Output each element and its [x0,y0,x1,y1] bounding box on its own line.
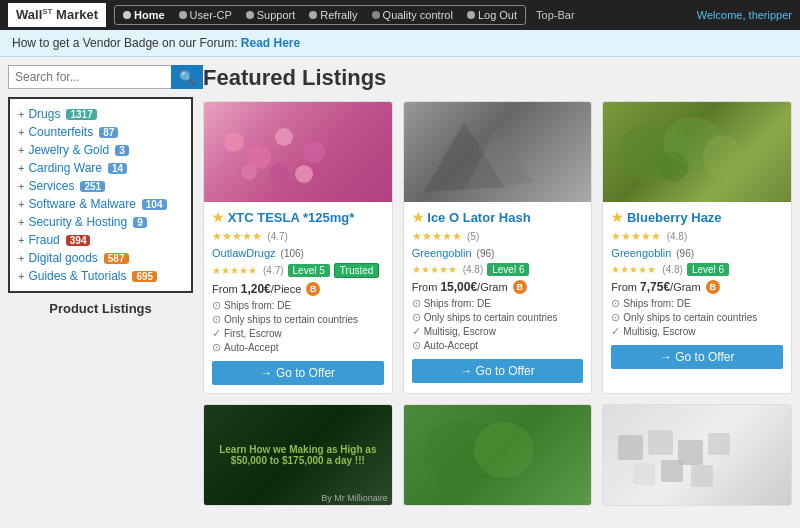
ships-2: ⊙ Ships from: DE [412,297,584,310]
logo: WallST Market [8,3,106,26]
vendor-details-1: ★★★★★ (4.7) Level 5 Trusted [212,263,384,278]
ad-text: Learn How we Making as High as $50,000 t… [204,440,392,470]
vendor-name-3[interactable]: Greengoblin [611,247,671,259]
search-input[interactable] [8,65,171,89]
content-area: Featured Listings [203,65,792,506]
listing-stars-3: ★★★★★ (4.8) [611,229,783,243]
listings-grid: ★ XTC TESLA *125mg* ★★★★★ (4.7) OutlawDr… [203,101,792,394]
listing-title-1: ★ XTC TESLA *125mg* [212,210,384,225]
listing-image-3 [603,102,791,202]
listing-image-5 [603,405,791,505]
svg-rect-18 [648,430,673,455]
listing-card-3: ★ Blueberry Haze ★★★★★ (4.8) Greengoblin… [602,101,792,394]
ships-to-3: ⊙ Only ships to certain countries [611,311,783,324]
escrow1-1: ✓ First, Escrow [212,327,384,340]
nav-logout[interactable]: Log Out [461,7,523,23]
star-icon-3: ★ [611,210,623,225]
escrow-icon-3: B [706,280,720,294]
search-button[interactable]: 🔍 [171,65,203,89]
vendor-count-2: (96) [477,248,495,259]
infobar: How to get a Vendor Badge on our Forum: … [0,30,800,57]
svg-rect-20 [708,433,730,455]
svg-point-6 [295,165,313,183]
vendor-row-1: OutlawDrugz (106) [212,247,384,259]
star-icon-1: ★ [212,210,224,225]
ships-to-2: ⊙ Only ships to certain countries [412,311,584,324]
listing-image-1 [204,102,392,202]
svg-point-0 [224,132,244,152]
nav-refrally[interactable]: Refrally [303,7,363,23]
listing-title-3: ★ Blueberry Haze [611,210,783,225]
vendor-details-2: ★★★★★ (4.8) Level 6 [412,263,584,276]
vendor-count-3: (96) [676,248,694,259]
price-row-3: From 7,75€/Gram B [611,280,783,294]
escrow-icon-2: B [513,280,527,294]
logo-sup: ST [42,7,52,16]
nav-quality[interactable]: Quality control [366,7,459,23]
goto-offer-2[interactable]: → Go to Offer [412,359,584,383]
vendor-row-3: Greengoblin (96) [611,247,783,259]
svg-point-5 [269,164,289,184]
category-item-jewelry[interactable]: + Jewelry & Gold 3 [18,141,183,159]
category-item-carding[interactable]: + Carding Ware 14 [18,159,183,177]
goto-offer-1[interactable]: → Go to Offer [212,361,384,385]
star-icon-2: ★ [412,210,424,225]
level-badge-3: Level 6 [687,263,729,276]
category-item-digital[interactable]: + Digital goods 587 [18,249,183,267]
sidebar-product-label: Product Listings [8,301,193,316]
svg-point-7 [222,160,236,174]
topbar: WallST Market Home User-CP Support Refra… [0,0,800,30]
listing-image-2 [404,102,592,202]
nav-home[interactable]: Home [117,7,171,23]
trusted-badge-1: Trusted [334,263,380,278]
svg-point-16 [474,422,534,478]
listing-body-3: ★ Blueberry Haze ★★★★★ (4.8) Greengoblin… [603,202,791,377]
svg-rect-17 [618,435,643,460]
vendor-name-1[interactable]: OutlawDrugz [212,247,276,259]
listing-body-1: ★ XTC TESLA *125mg* ★★★★★ (4.7) OutlawDr… [204,202,392,393]
ships-3: ⊙ Ships from: DE [611,297,783,310]
bottom-listings: Learn How we Making as High as $50,000 t… [203,404,792,506]
category-item-guides[interactable]: + Guides & Tutorials 695 [18,267,183,285]
escrow2-2: ⊙ Auto-Accept [412,339,584,352]
category-item-fraud[interactable]: + Fraud 394 [18,231,183,249]
level-badge-2: Level 6 [487,263,529,276]
level-badge-1: Level 5 [288,264,330,277]
listing-card-4 [403,404,593,506]
svg-point-14 [658,152,688,182]
main-layout: 🔍 + Drugs 1317 + Counterfeits 87 + Jewel… [0,57,800,514]
listing-title-2: ★ Ice O Lator Hash [412,210,584,225]
vendor-name-2[interactable]: Greengoblin [412,247,472,259]
category-item-counterfeits[interactable]: + Counterfeits 87 [18,123,183,141]
nav-usercp[interactable]: User-CP [173,7,238,23]
vendor-row-2: Greengoblin (96) [412,247,584,259]
topbar-label: Top-Bar [536,9,575,21]
listing-card-ad: Learn How we Making as High as $50,000 t… [203,404,393,506]
refrally-icon [309,11,317,19]
svg-point-3 [303,141,325,163]
category-item-software[interactable]: + Software & Malware 104 [18,195,183,213]
svg-rect-23 [691,465,713,487]
vendor-details-3: ★★★★★ (4.8) Level 6 [611,263,783,276]
listing-card-5 [602,404,792,506]
listing-card-1: ★ XTC TESLA *125mg* ★★★★★ (4.7) OutlawDr… [203,101,393,394]
nav-support[interactable]: Support [240,7,302,23]
category-item-drugs[interactable]: + Drugs 1317 [18,105,183,123]
category-box: + Drugs 1317 + Counterfeits 87 + Jewelry… [8,97,193,293]
category-item-services[interactable]: + Services 251 [18,177,183,195]
svg-point-4 [241,164,257,180]
user-icon [179,11,187,19]
escrow2-1: ⊙ Auto-Accept [212,341,384,354]
category-item-security[interactable]: + Security & Hosting 9 [18,213,183,231]
listing-stars-1: ★★★★★ (4.7) [212,229,384,243]
svg-point-2 [275,128,293,146]
ships-to-1: ⊙ Only ships to certain countries [212,313,384,326]
nav-menu: Home User-CP Support Refrally Quality co… [114,5,526,25]
sidebar: 🔍 + Drugs 1317 + Counterfeits 87 + Jewel… [8,65,193,506]
listing-body-2: ★ Ice O Lator Hash ★★★★★ (5) Greengoblin… [404,202,592,391]
goto-offer-3[interactable]: → Go to Offer [611,345,783,369]
infobar-link[interactable]: Read Here [241,36,300,50]
home-icon [123,11,131,19]
listing-image-ad: Learn How we Making as High as $50,000 t… [204,405,392,505]
ships-1: ⊙ Ships from: DE [212,299,384,312]
